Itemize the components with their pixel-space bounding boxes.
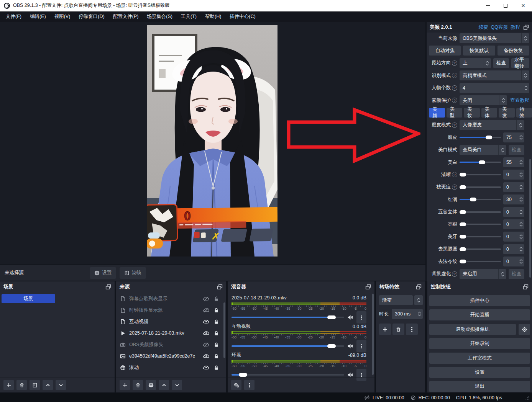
slider-handle[interactable] — [460, 173, 466, 176]
chevron-updown-icon[interactable] — [522, 86, 529, 90]
volume-slider[interactable] — [232, 315, 344, 320]
chevron-updown-icon[interactable] — [517, 247, 524, 252]
control-button-启动虚拟摄像机[interactable]: 启动虚拟摄像机 — [429, 324, 516, 335]
close-button[interactable]: × — [514, 0, 532, 11]
slider-美牙[interactable] — [460, 232, 501, 242]
beauty-button-检查[interactable]: 检查 — [493, 58, 509, 68]
setting-dropdown[interactable]: 人像磨皮 — [460, 120, 524, 130]
eye-off-icon[interactable] — [203, 296, 209, 302]
popout-icon[interactable] — [105, 284, 111, 290]
slider-祛斑痘[interactable] — [460, 182, 501, 192]
beauty-button-检查[interactable]: 检查 — [509, 269, 524, 279]
lock-icon[interactable] — [213, 353, 219, 359]
popout-icon[interactable] — [416, 284, 422, 290]
setting-dropdown[interactable]: 上 — [460, 58, 491, 68]
chevron-updown-icon[interactable] — [521, 33, 529, 43]
slider-handle[interactable] — [479, 160, 485, 164]
eye-icon[interactable] — [203, 330, 209, 336]
control-button-开始录制[interactable]: 开始录制 — [429, 338, 530, 349]
transition-dropdown[interactable]: 渐变 — [379, 295, 413, 305]
control-button-设置[interactable]: 设置 — [429, 367, 530, 378]
chevron-updown-icon[interactable] — [498, 269, 506, 279]
chevron-updown-icon[interactable] — [521, 70, 529, 80]
beauty-tab-美型[interactable]: 美型 — [447, 108, 463, 118]
setting-dropdown[interactable]: OBS美颜摄像头 — [460, 33, 529, 43]
beauty-tab-美颜[interactable]: 美颜 — [429, 108, 445, 118]
control-button-退出[interactable]: 退出 — [429, 381, 530, 392]
speaker-icon[interactable] — [347, 314, 353, 320]
help-icon[interactable]: ? — [452, 60, 457, 66]
tutorial-link[interactable]: 查看教程 — [510, 97, 529, 104]
source-row[interactable]: OBS美颜摄像头 — [116, 339, 223, 350]
chevron-up-button[interactable] — [159, 380, 169, 390]
popout-icon[interactable] — [365, 284, 371, 290]
value-spinbox[interactable]: 55 — [503, 157, 524, 167]
beauty-tab-美体[interactable]: 美体 — [481, 108, 498, 118]
slider-美白[interactable] — [460, 157, 501, 168]
menu-item-7[interactable]: 帮助(H) — [201, 11, 225, 22]
value-spinbox[interactable]: 0 — [503, 219, 524, 229]
menu-item-8[interactable]: 插件中心(C) — [225, 11, 259, 22]
chevron-updown-icon[interactable] — [517, 160, 524, 165]
help-icon[interactable]: ? — [452, 98, 457, 103]
chevron-updown-icon[interactable] — [517, 197, 524, 202]
menu-item-5[interactable]: 场景集合(S) — [143, 11, 177, 22]
slider-去黑眼圈[interactable] — [460, 244, 501, 254]
eye-icon[interactable] — [203, 364, 209, 371]
menu-item-3[interactable]: 停靠窗口(D) — [74, 11, 108, 22]
slider-handle[interactable] — [460, 210, 466, 214]
plus-button[interactable] — [379, 324, 391, 335]
slider-handle[interactable] — [460, 247, 466, 251]
scene-list-item[interactable]: 场景 — [2, 294, 55, 303]
source-row[interactable]: 2025-07-18 21-29-03.mkv — [116, 327, 223, 339]
gear-button[interactable] — [146, 380, 156, 390]
lock-icon[interactable] — [213, 342, 219, 348]
menu-item-0[interactable]: 文件(F) — [2, 11, 26, 22]
mixer-scrollbar[interactable] — [372, 294, 374, 375]
value-spinbox[interactable]: 75 — [503, 132, 524, 142]
value-spinbox[interactable]: 30 — [503, 194, 524, 204]
slider-handle[interactable] — [460, 260, 466, 263]
popout-icon[interactable] — [523, 284, 529, 290]
volume-handle[interactable] — [239, 373, 247, 377]
source-row[interactable]: 时钟插件显示源 — [116, 304, 223, 316]
volume-handle[interactable] — [327, 344, 336, 348]
eye-off-icon[interactable] — [203, 342, 209, 348]
source-row[interactable]: 互动视频 — [116, 316, 223, 327]
lock-icon[interactable] — [213, 330, 219, 336]
control-button-工作室模式[interactable]: 工作室模式 — [429, 353, 530, 364]
beauty-button-恢复默认[interactable]: 恢复默认 — [463, 46, 495, 56]
volume-slider[interactable] — [232, 373, 344, 377]
volume-handle[interactable] — [327, 315, 336, 319]
chevron-updown-icon[interactable] — [517, 234, 524, 239]
beauty-button-自动对焦[interactable]: 自动对焦 — [429, 46, 461, 56]
chevron-updown-icon[interactable] — [517, 135, 524, 140]
transition-dropdown-chevrons[interactable] — [414, 295, 423, 305]
slider-亮眼[interactable] — [460, 219, 501, 230]
beauty-tab-美发[interactable]: 美发 — [499, 108, 515, 118]
value-spinbox[interactable]: 0 — [503, 207, 524, 217]
popout-icon[interactable] — [217, 284, 223, 290]
gear-advanced-button[interactable] — [231, 380, 241, 390]
slider-handle[interactable] — [486, 136, 492, 139]
beauty-link-0[interactable]: 续费 — [479, 25, 488, 30]
eye-off-icon[interactable] — [203, 307, 209, 313]
slider-五官立体[interactable] — [460, 207, 501, 217]
chevron-updown-icon[interactable] — [517, 210, 524, 214]
help-icon[interactable]: ? — [452, 271, 457, 277]
control-button-插件中心[interactable]: 插件中心 — [429, 295, 530, 306]
beauty-link-1[interactable]: QQ客服 — [491, 25, 508, 30]
beauty-scrollbar[interactable] — [529, 159, 531, 278]
eye-icon[interactable] — [203, 353, 209, 359]
chevron-updown-icon[interactable] — [517, 172, 524, 177]
chevron-updown-icon[interactable] — [516, 120, 524, 130]
help-icon[interactable]: ? — [452, 123, 457, 128]
slider-handle[interactable] — [470, 198, 476, 201]
volume-slider[interactable] — [232, 344, 344, 348]
lock-icon[interactable] — [213, 319, 219, 325]
value-spinbox[interactable]: 0 — [503, 232, 524, 242]
help-icon[interactable]: ? — [452, 73, 457, 78]
control-button-开始直播[interactable]: 开始直播 — [429, 309, 530, 320]
slider-红润[interactable] — [460, 194, 501, 205]
help-icon[interactable]: ? — [452, 172, 457, 177]
